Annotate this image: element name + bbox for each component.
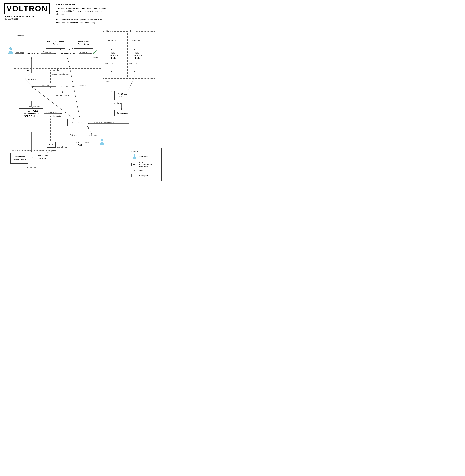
point-cloud-map-box: Point Cloud Map Publisher xyxy=(71,139,93,149)
done-checkmark: ✓ xyxy=(92,48,98,57)
lane-planner-box: Lane Planner Action Server xyxy=(46,38,65,49)
planning-ns-label: /planning/ xyxy=(15,35,24,37)
ndt-localizer-box: NDT Localizer xyxy=(67,119,88,126)
filter-transform-rear-box: Filter- Transform Node xyxy=(106,51,121,61)
legend-person-svg xyxy=(132,154,137,159)
legend-topic-item: abc → Topic xyxy=(131,170,159,172)
lidars-ns-label: /lidars xyxy=(105,81,111,83)
legend-namespace-icon xyxy=(131,174,137,178)
voltron-logo: VOLTRON xyxy=(4,3,50,14)
ndt-map-label: ./ndt_map xyxy=(70,134,77,136)
person-svg-goal xyxy=(8,47,14,54)
lidar-front-ns-label: /lidar_front xyxy=(129,30,139,32)
legend-manual-input: Manual input xyxy=(131,154,159,160)
point-cloud-fusion-box: Point Cloud Fusion xyxy=(114,91,130,100)
legend-node-desc: Node(publisher/subscriberunless noted) xyxy=(139,161,153,168)
localization-ns-label: /localization xyxy=(52,115,63,117)
header: VOLTRON System structure for Demo 0a Rev… xyxy=(4,3,159,24)
parking-planner-box: Parking Planner Action Server xyxy=(74,38,93,49)
description1: Demo 0a covers localization, route plann… xyxy=(56,7,109,16)
global-planner-box: Global Planner xyxy=(24,50,42,57)
points-raw-front-label: ./points_raw xyxy=(132,39,140,41)
viz-had-map-label: ./viz_had_map xyxy=(26,166,37,168)
legend-node-box: abc xyxy=(131,163,137,166)
virtual-car-interface-box: Virtual Car Interface xyxy=(56,83,79,90)
legend-manual-label: Manual input xyxy=(139,156,149,158)
description: What's in this demo? Demo 0a covers loca… xyxy=(56,3,109,24)
legend-topic-arrow: abc → xyxy=(131,170,137,172)
trajectory-label: ./trajectory xyxy=(80,51,88,53)
points-raw-rear-label: ./points_raw xyxy=(107,39,116,41)
done-label: Done! xyxy=(93,56,98,58)
svg-point-36 xyxy=(10,47,12,50)
behavior-planner-box: Behavior Planner xyxy=(56,50,79,57)
points-fused-label: ./points_fused xyxy=(111,102,121,104)
points-filtered-rear-label: ./points_filtered xyxy=(105,62,116,64)
page: VOLTRON System structure for Demo 0a Rev… xyxy=(0,0,163,187)
legend-topic-icon: abc → xyxy=(131,170,137,172)
transforms-container: Transforms xyxy=(25,72,39,86)
legend-namespace-item: Namespace xyxy=(131,174,159,178)
svg-point-37 xyxy=(101,139,103,141)
lidar-rear-ns-label: /lidar_rear xyxy=(105,30,114,32)
subtitle: System structure for Demo 0a xyxy=(4,15,50,18)
map-base-link-label: /map->/base_link xyxy=(45,111,58,113)
had-maps-ns-label: /had_maps/ xyxy=(10,149,21,151)
initialpose-label: ./initialpose xyxy=(89,134,97,136)
legend-title: Legend xyxy=(131,150,159,152)
diagram: /planning/ Lane Planner Action Server Pa… xyxy=(4,29,161,184)
viz-ndt-map-label: ./viz_ndt_map xyxy=(57,146,67,148)
legend-namespace-desc: Namespace xyxy=(139,174,148,177)
legend-person-icon xyxy=(131,154,137,160)
legend-line xyxy=(131,171,132,171)
svg-point-38 xyxy=(134,154,135,156)
transforms-diamond xyxy=(25,72,39,86)
vehicle-ns-label: /vehicle/ xyxy=(52,69,60,71)
lidars-namespace: /lidars xyxy=(103,82,155,128)
urdf-publisher-box: Universal Robot Description Format (URDF… xyxy=(19,108,43,119)
person-svg-initial xyxy=(99,138,105,146)
user-icon-initial xyxy=(99,138,105,146)
downsampler-box: Downsampler xyxy=(114,110,130,116)
global-path-label: ./global_path xyxy=(43,51,52,53)
revised-date: Revised 05/26/21 xyxy=(4,18,50,20)
robot-desc-label: -/robot_description xyxy=(27,106,41,108)
legend-node-icon: abc xyxy=(131,163,137,166)
points-filtered-front-label: ./points_filtered xyxy=(129,62,140,64)
lanelet2-visualizer-box: Lanelet2 Map Visualizer xyxy=(33,153,52,162)
legend: Legend Manual input abc Node(publisher/s… xyxy=(129,148,161,181)
legend-node-item: abc Node(publisher/subscriberunless note… xyxy=(131,161,159,168)
goal-pose-label: ./goal_pose xyxy=(15,51,24,53)
points-fused-downsampled-label: ./points_fused_downsampled xyxy=(93,121,114,123)
vehicle-kin-label: ./vehicle_kinematic_state xyxy=(51,73,69,75)
logo-section: VOLTRON System structure for Demo 0a Rev… xyxy=(4,3,50,20)
user-icon-goal xyxy=(8,47,14,54)
svl-bridge-label: SVL Simulator Bridge xyxy=(56,95,73,97)
lanelet2-provider-box: Lanelet2 Map Provider Service xyxy=(10,153,28,163)
legend-topic-desc: Topic xyxy=(139,170,143,172)
whats-in-title: What's in this demo? xyxy=(56,3,109,6)
state-report-label: ./state_report xyxy=(42,84,51,86)
rviz-box: Rviz xyxy=(47,142,56,148)
filter-transform-front-box: Filter- Transform Node xyxy=(130,51,145,61)
description2: It does not cover the steering controlle… xyxy=(56,18,109,24)
legend-ns-box xyxy=(131,174,139,177)
